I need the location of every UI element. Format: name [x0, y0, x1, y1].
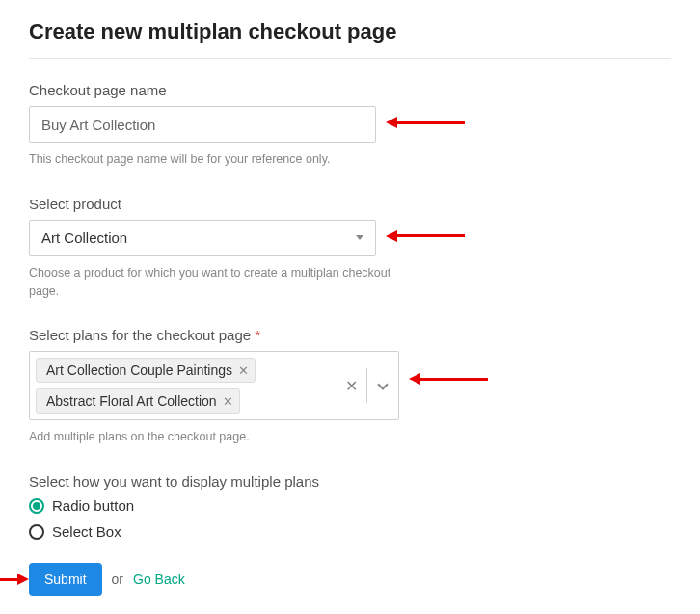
submit-button[interactable]: Submit — [29, 563, 102, 596]
page-title: Create new multiplan checkout page — [29, 19, 671, 44]
plan-chip: Art Collection Couple Paintings ✕ — [36, 358, 256, 383]
product-select-value: Art Collection — [41, 229, 356, 246]
arrow-annotation-icon — [386, 230, 465, 242]
radio-option-radio-button[interactable]: Radio button — [29, 497, 671, 514]
plans-chips-area: Art Collection Couple Paintings ✕ Abstra… — [30, 352, 336, 419]
plans-label: Select plans for the checkout page * — [29, 327, 671, 343]
plans-controls: ✕ — [336, 352, 398, 419]
plan-chip-label: Art Collection Couple Paintings — [46, 362, 232, 378]
chip-remove-icon[interactable]: ✕ — [238, 364, 249, 377]
radio-icon — [29, 498, 44, 514]
arrow-annotation-icon — [409, 373, 488, 385]
field-checkout-name: Checkout page name This checkout page na… — [29, 82, 671, 169]
or-text: or — [112, 572, 123, 587]
chip-remove-icon[interactable]: ✕ — [223, 395, 233, 408]
field-plans: Select plans for the checkout page * Art… — [29, 327, 671, 446]
plan-chip-label: Abstract Floral Art Collection — [46, 393, 217, 409]
plans-help: Add multiple plans on the checkout page. — [29, 428, 415, 446]
divider — [29, 58, 671, 59]
checkout-name-label: Checkout page name — [29, 82, 671, 98]
go-back-link[interactable]: Go Back — [133, 572, 185, 587]
plans-label-text: Select plans for the checkout page — [29, 327, 251, 343]
radio-label: Select Box — [52, 523, 121, 540]
plans-multiselect[interactable]: Art Collection Couple Paintings ✕ Abstra… — [29, 351, 399, 420]
product-select[interactable]: Art Collection — [29, 220, 376, 256]
form-actions: Submit or Go Back — [29, 563, 671, 596]
radio-label: Radio button — [52, 497, 134, 514]
field-display-mode: Select how you want to display multiple … — [29, 473, 671, 540]
plans-dropdown-toggle[interactable] — [367, 352, 398, 419]
checkout-name-help: This checkout page name will be for your… — [29, 150, 415, 169]
plan-chip: Abstract Floral Art Collection ✕ — [36, 388, 240, 414]
product-label: Select product — [29, 196, 671, 212]
display-mode-label: Select how you want to display multiple … — [29, 473, 671, 490]
radio-option-select-box[interactable]: Select Box — [29, 523, 671, 540]
checkout-name-input[interactable] — [29, 106, 376, 143]
required-icon: * — [255, 327, 260, 343]
plans-clear-button[interactable]: ✕ — [336, 352, 366, 419]
chevron-down-icon — [377, 379, 388, 389]
arrow-annotation-icon — [0, 574, 29, 585]
caret-down-icon — [356, 235, 363, 240]
field-product: Select product Art Collection Choose a p… — [29, 196, 671, 301]
product-help: Choose a product for which you want to c… — [29, 264, 415, 301]
close-icon: ✕ — [345, 377, 358, 395]
arrow-annotation-icon — [386, 117, 465, 128]
radio-icon — [29, 524, 44, 540]
